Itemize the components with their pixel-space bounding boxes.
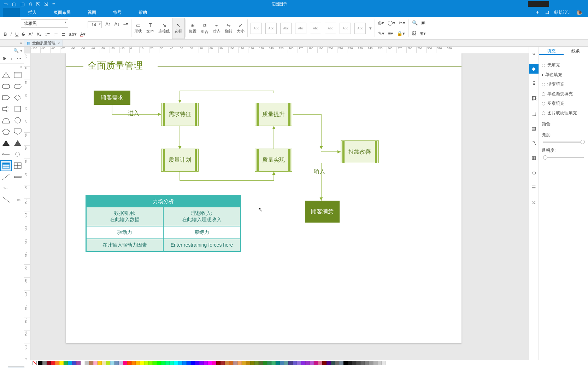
shape-roundrect[interactable] bbox=[1, 81, 11, 91]
color-swatch[interactable] bbox=[386, 361, 390, 365]
color-swatch[interactable] bbox=[59, 361, 64, 365]
doc-tab-active[interactable]: ▤ 全面质量管理 × bbox=[24, 40, 63, 46]
color-swatch[interactable] bbox=[373, 361, 377, 365]
shape-arrow-r[interactable] bbox=[1, 104, 11, 114]
shape-tri-fill[interactable] bbox=[1, 138, 11, 148]
share-icon[interactable]: ⇉ bbox=[542, 10, 552, 15]
color-swatch[interactable] bbox=[195, 361, 199, 365]
nofill-swatch[interactable] bbox=[33, 361, 37, 365]
close-palette-icon[interactable]: × bbox=[20, 65, 22, 69]
grow-font-icon[interactable]: A↑ bbox=[105, 21, 111, 28]
shape-square[interactable] bbox=[13, 104, 23, 114]
bullet-list-icon[interactable]: ≔ bbox=[53, 31, 58, 37]
color-swatch[interactable] bbox=[208, 361, 212, 365]
color-swatch[interactable] bbox=[318, 361, 322, 365]
fill-texture-option[interactable]: 图片或纹理填充 bbox=[542, 110, 585, 116]
expand-tray-icon[interactable]: » bbox=[529, 49, 539, 59]
shape-tri-fill2[interactable] bbox=[13, 138, 23, 148]
user-label[interactable]: 蜡蛤设计 bbox=[552, 10, 574, 16]
tray-random-icon[interactable]: ⤨ bbox=[529, 197, 539, 207]
color-swatch[interactable] bbox=[377, 361, 382, 365]
text-case-icon[interactable]: ab▾ bbox=[69, 31, 76, 37]
tray-page-icon[interactable]: ▤ bbox=[529, 123, 539, 133]
color-swatch[interactable] bbox=[123, 361, 127, 365]
color-swatch[interactable] bbox=[284, 361, 288, 365]
color-swatch[interactable] bbox=[280, 361, 284, 365]
shape-pentagon[interactable] bbox=[1, 127, 11, 137]
style-8[interactable]: Abc bbox=[354, 23, 366, 34]
color-swatch[interactable] bbox=[42, 361, 47, 365]
prop-tab-fill[interactable]: 填充 bbox=[539, 47, 564, 55]
color-swatch[interactable] bbox=[212, 361, 216, 365]
color-swatch[interactable] bbox=[322, 361, 327, 365]
brightness-slider[interactable] bbox=[543, 142, 584, 143]
color-swatch[interactable] bbox=[68, 361, 72, 365]
apps-icon[interactable]: ⊞▾ bbox=[419, 31, 426, 36]
shape-circle[interactable] bbox=[13, 115, 23, 125]
page[interactable]: 全面质量管理 bbox=[66, 53, 461, 343]
color-swatch[interactable] bbox=[98, 361, 102, 365]
menu-view[interactable]: 视图 bbox=[79, 8, 105, 17]
menu-file[interactable] bbox=[3, 8, 20, 17]
color-swatch[interactable] bbox=[153, 361, 157, 365]
align-para-icon[interactable]: ≡▾ bbox=[123, 21, 129, 28]
color-swatch[interactable] bbox=[259, 361, 263, 365]
color-swatch[interactable] bbox=[327, 361, 331, 365]
node-quality-realize[interactable]: 质量实现 bbox=[255, 149, 292, 172]
page-tab[interactable]: 页-1 bbox=[8, 366, 24, 368]
tray-apps-icon[interactable]: ⠿ bbox=[529, 79, 539, 88]
color-swatch[interactable] bbox=[254, 361, 259, 365]
color-swatch[interactable] bbox=[81, 361, 85, 365]
new-icon[interactable]: ▭ bbox=[4, 1, 8, 7]
color-swatch[interactable] bbox=[182, 361, 187, 365]
subscript-icon[interactable]: X₂ bbox=[36, 31, 41, 37]
node-quality-plan[interactable]: 质量计划 bbox=[161, 149, 199, 172]
tray-image-icon[interactable]: 🖼 bbox=[529, 93, 539, 103]
color-swatch[interactable] bbox=[233, 361, 237, 365]
color-swatch[interactable] bbox=[140, 361, 144, 365]
shape-conn2[interactable] bbox=[13, 149, 23, 159]
color-swatch[interactable] bbox=[204, 361, 208, 365]
color-swatch[interactable] bbox=[216, 361, 220, 365]
qat-more-icon[interactable]: ≡ bbox=[52, 1, 55, 7]
color-swatch[interactable] bbox=[237, 361, 242, 365]
lib-menu-icon[interactable]: ⋯ bbox=[17, 56, 21, 62]
shape-triangle[interactable] bbox=[1, 70, 11, 80]
color-swatch[interactable] bbox=[250, 361, 254, 365]
color-swatch[interactable] bbox=[288, 361, 293, 365]
shape-tool[interactable]: ▭形状 bbox=[132, 18, 144, 39]
menu-help[interactable]: 帮助 bbox=[130, 8, 155, 17]
color-swatch[interactable] bbox=[339, 361, 343, 365]
shape-rect-hdr[interactable] bbox=[13, 70, 23, 80]
shape-table[interactable] bbox=[1, 161, 11, 171]
ftable-ideal[interactable]: 理想收入: 在此输入理想收入 bbox=[163, 207, 240, 226]
line-spacing-icon[interactable]: ↕≡ bbox=[45, 31, 50, 37]
node-continuous[interactable]: 持续改善 bbox=[341, 140, 379, 163]
tray-table-icon[interactable]: ▦ bbox=[529, 153, 539, 163]
shrink-font-icon[interactable]: A↓ bbox=[114, 21, 119, 28]
shape-roundrect2[interactable] bbox=[13, 81, 23, 91]
connector-tool[interactable]: ↘连接线 bbox=[156, 18, 172, 39]
fill-pattern-option[interactable]: 图案填充 bbox=[542, 100, 585, 107]
color-swatch[interactable] bbox=[365, 361, 369, 365]
color-swatch[interactable] bbox=[38, 361, 42, 365]
color-swatch[interactable] bbox=[356, 361, 360, 365]
color-swatch[interactable] bbox=[187, 361, 191, 365]
color-swatch[interactable] bbox=[102, 361, 106, 365]
canvas-scroll[interactable]: 全面质量管理 bbox=[30, 53, 529, 360]
fill-solid-option[interactable]: 单色填充 bbox=[542, 72, 585, 78]
image-icon[interactable]: 🖼 bbox=[411, 31, 416, 36]
save-icon[interactable]: ▢ bbox=[20, 1, 25, 7]
node-requirement[interactable]: 需求特征 bbox=[161, 103, 199, 126]
add-lib-icon[interactable]: ⊕ bbox=[2, 56, 6, 62]
underline-icon[interactable]: U bbox=[15, 31, 18, 37]
color-swatch[interactable] bbox=[314, 361, 318, 365]
fill-gradient-option[interactable]: 渐变填充 bbox=[542, 81, 585, 87]
opacity-slider[interactable] bbox=[543, 157, 584, 158]
shape-chevron[interactable] bbox=[1, 93, 11, 103]
color-swatch[interactable] bbox=[51, 361, 55, 365]
color-swatch[interactable] bbox=[301, 361, 305, 365]
color-swatch[interactable] bbox=[191, 361, 195, 365]
open-icon[interactable]: ▢ bbox=[12, 1, 16, 7]
color-swatch[interactable] bbox=[93, 361, 98, 365]
